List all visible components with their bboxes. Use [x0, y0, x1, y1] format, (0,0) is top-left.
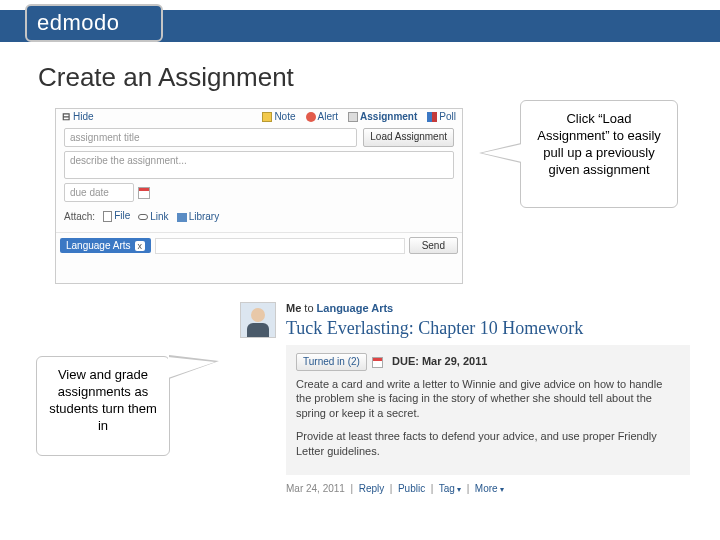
library-icon	[177, 213, 187, 222]
attach-library-link[interactable]: Library	[177, 211, 220, 222]
due-label: DUE: Mar 29, 2011	[392, 355, 487, 367]
tag-dropdown[interactable]: Tag	[439, 483, 461, 494]
post-title: Tuck Everlasting: Chapter 10 Homework	[286, 318, 690, 339]
more-dropdown[interactable]: More	[475, 483, 504, 494]
reply-link[interactable]: Reply	[359, 483, 385, 494]
poll-icon	[427, 112, 437, 122]
post-group-link[interactable]: Language Arts	[317, 302, 394, 314]
callout-view-grade: View and grade assignments as students t…	[36, 356, 170, 456]
post-body-box: Turned in (2) DUE: Mar 29, 2011 Create a…	[286, 345, 690, 475]
link-icon	[138, 214, 148, 220]
load-assignment-button[interactable]: Load Assignment	[363, 128, 454, 147]
post-paragraph: Create a card and write a letter to Winn…	[296, 377, 680, 422]
post-author: Me	[286, 302, 301, 314]
assignment-icon	[348, 112, 358, 122]
post-header: Me to Language Arts	[286, 302, 690, 314]
alert-icon	[306, 112, 316, 122]
calendar-icon	[372, 357, 383, 368]
page-title: Create an Assignment	[38, 62, 294, 93]
avatar	[240, 302, 276, 338]
assignment-title-input[interactable]: assignment title	[64, 128, 357, 147]
assignment-post: Me to Language Arts Tuck Everlasting: Ch…	[240, 302, 690, 494]
file-icon	[103, 211, 112, 222]
post-date: Mar 24, 2011	[286, 483, 345, 494]
collapse-icon: ⊟	[62, 111, 70, 122]
recipient-tag[interactable]: Language Artsx	[60, 238, 151, 253]
callout-load-assignment: Click “Load Assignment” to easily pull u…	[520, 100, 678, 208]
send-button[interactable]: Send	[409, 237, 458, 254]
logo: edmodo	[25, 4, 163, 42]
calendar-icon[interactable]	[138, 187, 150, 199]
recipient-tag-label: Language Arts	[66, 240, 131, 251]
assignment-description-input[interactable]: describe the assignment...	[64, 151, 454, 179]
public-link[interactable]: Public	[398, 483, 425, 494]
attach-link-link[interactable]: Link	[138, 211, 168, 222]
post-body: Create a card and write a letter to Winn…	[296, 377, 680, 459]
attach-file-link[interactable]: File	[103, 210, 130, 222]
remove-tag-button[interactable]: x	[135, 241, 146, 251]
recipient-input[interactable]	[155, 238, 405, 254]
assignment-form: ⊟ Hide Note Alert Assignment Poll assign…	[55, 108, 463, 284]
tab-alert[interactable]: Alert	[306, 111, 339, 122]
post-type-tabs: Note Alert Assignment Poll	[262, 111, 456, 122]
turned-in-button[interactable]: Turned in (2)	[296, 353, 367, 371]
attach-label: Attach:	[64, 211, 95, 222]
tab-assignment[interactable]: Assignment	[348, 111, 417, 122]
due-date-input[interactable]: due date	[64, 183, 134, 202]
tab-poll[interactable]: Poll	[427, 111, 456, 122]
note-icon	[262, 112, 272, 122]
hide-link[interactable]: Hide	[73, 111, 94, 122]
post-paragraph: Provide at least three facts to defend y…	[296, 429, 680, 459]
post-meta: Mar 24, 2011 | Reply | Public | Tag | Mo…	[286, 483, 690, 494]
tab-note[interactable]: Note	[262, 111, 295, 122]
